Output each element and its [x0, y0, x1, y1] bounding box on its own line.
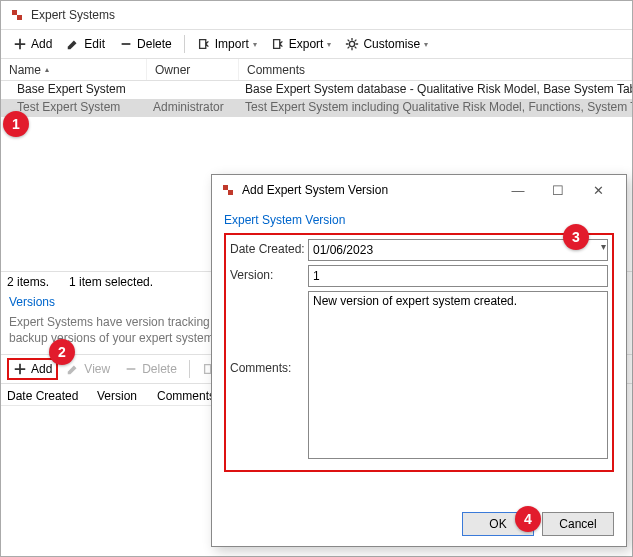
dialog-titlebar: Add Expert System Version — ☐ ✕ — [212, 175, 626, 205]
close-button[interactable]: ✕ — [578, 176, 618, 204]
gear-icon — [345, 37, 359, 51]
dialog-title: Add Expert System Version — [242, 183, 388, 197]
app-icon — [220, 182, 236, 198]
chevron-down-icon[interactable]: ▾ — [601, 241, 606, 252]
annotation-badge-3: 3 — [563, 224, 589, 250]
customise-button[interactable]: Customise ▾ — [339, 35, 434, 53]
comments-label: Comments: — [230, 291, 308, 375]
versions-delete-button[interactable]: Delete — [118, 360, 183, 378]
column-header-name[interactable]: Name ▴ — [1, 59, 147, 80]
date-created-label: Date Created: — [230, 239, 308, 256]
minimize-button[interactable]: — — [498, 176, 538, 204]
chevron-down-icon: ▾ — [424, 40, 428, 49]
dialog-section-title: Expert System Version — [224, 213, 614, 227]
main-toolbar: Add Edit Delete Import ▾ Export ▾ Custom… — [1, 29, 632, 59]
annotation-badge-1: 1 — [3, 111, 29, 137]
annotation-badge-4: 4 — [515, 506, 541, 532]
selected-count: 1 item selected. — [69, 275, 153, 289]
titlebar: Expert Systems — [1, 1, 632, 29]
toolbar-separator — [184, 35, 185, 53]
minus-icon — [124, 362, 138, 376]
delete-button[interactable]: Delete — [113, 35, 178, 53]
grid-header: Name ▴ Owner Comments — [1, 59, 632, 81]
item-count: 2 items. — [7, 275, 49, 289]
import-icon — [197, 37, 211, 51]
table-row[interactable]: Test Expert System Administrator Test Ex… — [1, 99, 632, 117]
window-title: Expert Systems — [31, 8, 115, 22]
cancel-button[interactable]: Cancel — [542, 512, 614, 536]
column-header-comments[interactable]: Comments — [239, 59, 632, 80]
plus-icon — [13, 362, 27, 376]
annotation-badge-2: 2 — [49, 339, 75, 365]
column-header-date[interactable]: Date Created — [1, 387, 91, 406]
export-button[interactable]: Export ▾ — [265, 35, 338, 53]
edit-button[interactable]: Edit — [60, 35, 111, 53]
version-label: Version: — [230, 265, 308, 282]
import-button[interactable]: Import ▾ — [191, 35, 263, 53]
sort-asc-icon: ▴ — [45, 65, 49, 74]
toolbar-separator — [189, 360, 190, 378]
version-input[interactable] — [308, 265, 608, 287]
plus-icon — [13, 37, 27, 51]
dialog-form: Date Created: ▾ Version: Comments: — [224, 233, 614, 472]
chevron-down-icon: ▾ — [327, 40, 331, 49]
export-icon — [271, 37, 285, 51]
app-icon — [9, 7, 25, 23]
column-header-owner[interactable]: Owner — [147, 59, 239, 80]
minus-icon — [119, 37, 133, 51]
svg-point-0 — [350, 41, 355, 46]
versions-add-button[interactable]: Add — [7, 358, 58, 380]
edit-icon — [66, 362, 80, 376]
date-created-input[interactable] — [308, 239, 608, 261]
table-row[interactable]: Base Expert System Base Expert System da… — [1, 81, 632, 99]
maximize-button[interactable]: ☐ — [538, 176, 578, 204]
comments-textarea[interactable] — [308, 291, 608, 459]
edit-icon — [66, 37, 80, 51]
add-button[interactable]: Add — [7, 35, 58, 53]
chevron-down-icon: ▾ — [253, 40, 257, 49]
column-header-version[interactable]: Version — [91, 387, 151, 406]
